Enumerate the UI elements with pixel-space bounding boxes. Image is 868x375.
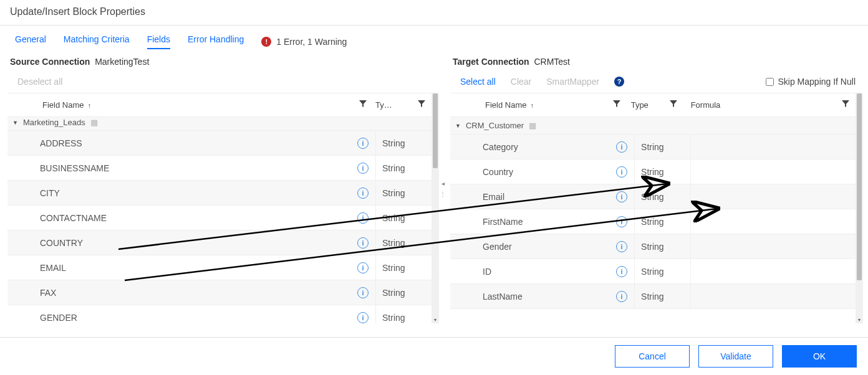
scroll-down-icon[interactable]: ▾ [856, 316, 863, 323]
table-row[interactable]: IDiString [450, 259, 856, 284]
formula-cell[interactable] [690, 184, 856, 209]
table-row[interactable]: GENDERiString [7, 305, 432, 323]
target-group-row[interactable]: ▼ CRM_Customer ▦ [450, 117, 856, 135]
field-name: Email [475, 192, 609, 202]
drag-handle-icon[interactable]: ⋮ [440, 191, 446, 197]
panel-divider[interactable]: ◂ ⋮ [439, 54, 446, 323]
table-row[interactable]: BUSINESSNAMEiString [7, 156, 432, 181]
sort-asc-icon[interactable]: ↑ [87, 102, 91, 109]
info-icon[interactable]: i [609, 141, 634, 153]
sort-asc-icon[interactable]: ↑ [530, 102, 534, 109]
help-icon[interactable]: ? [614, 77, 624, 87]
table-row[interactable]: EmailiString [450, 184, 856, 209]
scroll-down-icon[interactable]: ▾ [432, 316, 439, 323]
formula-cell[interactable] [690, 159, 856, 184]
table-row[interactable]: CountryiString [450, 159, 856, 184]
info-icon[interactable]: i [350, 312, 375, 323]
tab-matching-criteria[interactable]: Matching Criteria [64, 34, 130, 49]
table-row[interactable]: ADDRESSiString [7, 131, 432, 156]
group-icon: ▦ [90, 118, 98, 127]
table-row[interactable]: LastNameiString [450, 284, 856, 309]
target-connection-label: Target Connection CRMTest [450, 54, 863, 72]
info-icon[interactable]: i [350, 212, 375, 224]
footer: Cancel Validate OK [0, 337, 868, 375]
source-columns-header: Field Name ↑ Ty… [7, 93, 432, 117]
info-icon[interactable]: i [609, 241, 634, 252]
error-icon: ! [261, 37, 271, 47]
info-icon[interactable]: i [609, 216, 634, 227]
deselect-all-link[interactable]: Deselect all [17, 77, 62, 87]
field-type: String [375, 131, 432, 155]
table-row[interactable]: EMAILiString [7, 255, 432, 280]
field-name: Gender [475, 242, 609, 252]
source-connection-label: Source Connection MarketingTest [7, 54, 439, 72]
tab-alerts[interactable]: ! 1 Error, 1 Warning [261, 37, 347, 47]
target-panel: Target Connection CRMTest Select all Cle… [450, 54, 863, 323]
table-row[interactable]: FirstNameiString [450, 209, 856, 234]
field-type: String [634, 135, 690, 159]
field-type: String [634, 259, 690, 283]
col-field-name[interactable]: Field Name [42, 100, 84, 110]
field-type: String [375, 230, 432, 255]
filter-icon[interactable] [613, 100, 620, 110]
info-icon[interactable]: i [350, 188, 375, 199]
tab-error-handling[interactable]: Error Handling [188, 34, 244, 49]
filter-icon[interactable] [359, 100, 367, 110]
table-row[interactable]: COUNTRYiString [7, 230, 432, 255]
info-icon[interactable]: i [350, 237, 375, 249]
filter-icon[interactable] [418, 100, 425, 110]
tab-fields[interactable]: Fields [147, 34, 170, 49]
skip-mapping-input[interactable] [766, 78, 774, 86]
formula-cell[interactable] [690, 209, 856, 234]
table-row[interactable]: GenderiString [450, 234, 856, 259]
source-group-name: Marketing_Leads [23, 118, 85, 127]
info-icon[interactable]: i [609, 266, 634, 277]
col-type[interactable]: Ty… [375, 100, 392, 110]
source-group-row[interactable]: ▼ Marketing_Leads ▦ [7, 117, 432, 131]
skip-mapping-checkbox[interactable]: Skip Mapping If Null [766, 77, 856, 87]
formula-cell[interactable] [690, 234, 856, 259]
collapse-left-icon[interactable]: ◂ [441, 180, 445, 187]
field-name: LastName [475, 292, 609, 301]
ok-button[interactable]: OK [782, 345, 857, 368]
select-all-link[interactable]: Select all [460, 77, 496, 87]
col-field-name[interactable]: Field Name [485, 100, 526, 110]
validate-button[interactable]: Validate [698, 345, 773, 368]
formula-cell[interactable] [690, 259, 856, 283]
table-row[interactable]: CITYiString [7, 181, 432, 206]
smartmapper-link[interactable]: SmartMapper [546, 77, 599, 87]
field-type: String [375, 206, 432, 230]
field-name: ID [475, 267, 609, 277]
field-type: String [375, 255, 432, 280]
target-scrollbar[interactable]: ▾ [856, 93, 863, 323]
info-icon[interactable]: i [350, 163, 375, 174]
filter-icon[interactable] [842, 100, 849, 110]
field-type: String [634, 284, 690, 308]
filter-icon[interactable] [670, 100, 677, 110]
field-type: String [634, 159, 690, 184]
table-row[interactable]: CategoryiString [450, 135, 856, 159]
info-icon[interactable]: i [609, 166, 634, 178]
clear-link[interactable]: Clear [511, 77, 531, 87]
table-row[interactable]: CONTACTNAMEiString [7, 206, 432, 230]
cancel-button[interactable]: Cancel [615, 345, 690, 368]
field-name: FAX [32, 288, 350, 298]
field-type: String [375, 280, 432, 305]
collapse-icon[interactable]: ▼ [12, 120, 18, 126]
collapse-icon[interactable]: ▼ [455, 123, 461, 129]
info-icon[interactable]: i [609, 291, 634, 302]
info-icon[interactable]: i [350, 262, 375, 273]
tab-general[interactable]: General [15, 34, 46, 49]
info-icon[interactable]: i [350, 138, 375, 149]
info-icon[interactable]: i [350, 287, 375, 298]
formula-cell[interactable] [690, 284, 856, 308]
field-name: FirstName [475, 217, 609, 227]
source-scrollbar[interactable]: ▾ [432, 93, 439, 323]
field-name: CONTACTNAME [32, 213, 350, 223]
col-formula[interactable]: Formula [691, 100, 721, 110]
formula-cell[interactable] [690, 135, 856, 159]
info-icon[interactable]: i [609, 191, 634, 202]
table-row[interactable]: FAXiString [7, 280, 432, 305]
col-type[interactable]: Type [631, 100, 649, 110]
field-name: BUSINESSNAME [32, 163, 350, 173]
